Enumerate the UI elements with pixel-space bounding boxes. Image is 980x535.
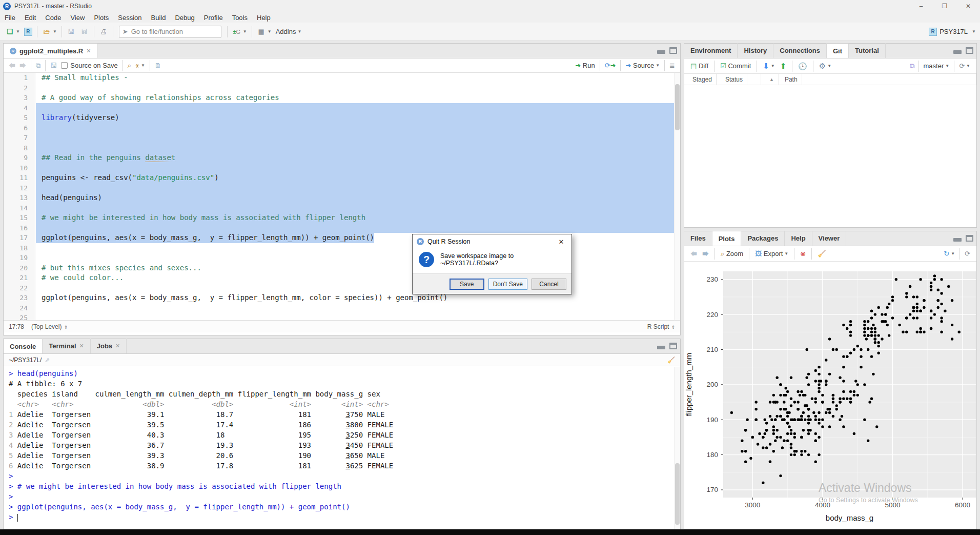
tab-connections[interactable]: Connections: [773, 43, 827, 58]
cancel-button[interactable]: Cancel: [532, 279, 566, 290]
tab-console[interactable]: Console: [4, 339, 43, 353]
tab-viewer[interactable]: Viewer: [812, 231, 847, 246]
compile-report-button[interactable]: 🗎: [153, 59, 164, 72]
nav-forward-button[interactable]: 🡆: [17, 59, 28, 72]
doc-type-selector[interactable]: R Script⇕: [647, 323, 675, 330]
tab-terminal[interactable]: Terminal✕: [43, 339, 90, 353]
scrollbar-thumb[interactable]: [675, 463, 680, 525]
code-line-24[interactable]: 24: [4, 303, 680, 313]
menu-edit[interactable]: Edit: [20, 13, 40, 23]
goto-file-function-input[interactable]: ➤ Go to file/function: [119, 26, 221, 38]
window-minimize-button[interactable]: –: [909, 0, 933, 12]
save-button[interactable]: 🖫: [65, 25, 78, 38]
minimize-pane-icon[interactable]: [657, 346, 665, 349]
code-line-7[interactable]: 7: [4, 133, 680, 143]
zoom-plot-button[interactable]: ⌕ Zoom: [719, 247, 745, 261]
code-line-4[interactable]: 4: [4, 103, 680, 113]
source-button[interactable]: ➜ Source▼: [623, 59, 662, 72]
close-icon[interactable]: ✕: [79, 343, 84, 349]
code-line-8[interactable]: 8: [4, 143, 680, 153]
minimize-pane-icon[interactable]: [953, 50, 962, 54]
code-line-18[interactable]: 18: [4, 243, 680, 253]
remove-plot-button[interactable]: ⊗: [798, 247, 808, 261]
minimize-pane-icon[interactable]: [657, 50, 665, 54]
tab-plots[interactable]: Plots: [712, 231, 742, 246]
maximize-pane-icon[interactable]: [669, 47, 677, 54]
previous-plot-button[interactable]: 🡄: [688, 247, 699, 261]
menu-plots[interactable]: Plots: [89, 13, 113, 23]
tab-tutorial[interactable]: Tutorial: [849, 43, 886, 58]
code-line-11[interactable]: 11penguins <- read_csv("data/penguins.cs…: [4, 173, 680, 183]
workspace-panes-button[interactable]: ▦▼: [255, 25, 274, 38]
code-line-5[interactable]: 5library(tidyverse): [4, 113, 680, 123]
code-line-20[interactable]: 20# but this mixes species and sexes...: [4, 263, 680, 273]
code-line-12[interactable]: 12: [4, 183, 680, 193]
window-maximize-button[interactable]: ❐: [933, 0, 956, 12]
code-line-19[interactable]: 19: [4, 253, 680, 263]
menu-code[interactable]: Code: [40, 13, 66, 23]
code-editor[interactable]: 1## Small multiples -23# A good way of s…: [4, 73, 680, 320]
diff-button[interactable]: ▤ Diff: [688, 60, 710, 73]
pull-button[interactable]: ⬇▼: [761, 60, 777, 73]
menu-debug[interactable]: Debug: [170, 13, 199, 23]
refresh-plot-button[interactable]: ⟳: [963, 247, 972, 261]
new-project-button[interactable]: R: [22, 25, 34, 38]
code-line-3[interactable]: 3# A good way of showing relationships a…: [4, 93, 680, 103]
tab-files[interactable]: Files: [684, 231, 712, 246]
refresh-button[interactable]: ⟳▼: [957, 60, 972, 73]
project-selector[interactable]: R PSY317L ▼: [929, 28, 976, 36]
new-file-button[interactable]: ❏▼: [3, 25, 22, 38]
console-output[interactable]: > head(penguins)# A tibble: 6 x 7 specie…: [4, 366, 680, 522]
code-line-23[interactable]: 23ggplot(penguins, aes(x = body_mass_g, …: [4, 293, 680, 303]
version-control-button[interactable]: ±G▼: [230, 25, 249, 38]
menu-help[interactable]: Help: [252, 13, 275, 23]
save-all-button[interactable]: 🖬: [78, 25, 91, 38]
export-plot-button[interactable]: 🖼 Export▼: [753, 247, 790, 261]
branch-selector[interactable]: master▼: [922, 60, 952, 73]
goto-directory-icon[interactable]: ⇗: [45, 356, 50, 364]
scope-selector[interactable]: (Top Level)⇕: [31, 323, 68, 330]
column-path[interactable]: ▲Path: [761, 74, 976, 85]
window-close-button[interactable]: ✕: [956, 0, 980, 12]
maximize-pane-icon[interactable]: [669, 343, 677, 349]
tab-history[interactable]: History: [738, 43, 773, 58]
close-icon[interactable]: ✕: [86, 48, 91, 54]
find-replace-button[interactable]: ⌕: [126, 59, 133, 72]
dont-save-button[interactable]: Don't Save: [488, 279, 527, 290]
menu-profile[interactable]: Profile: [199, 13, 228, 23]
code-line-21[interactable]: 21# we could color...: [4, 273, 680, 283]
code-line-25[interactable]: 25: [4, 313, 680, 320]
next-plot-button[interactable]: 🡆: [700, 247, 711, 261]
git-settings-button[interactable]: ⚙▼: [817, 60, 833, 73]
nav-back-button[interactable]: 🡄: [7, 59, 17, 72]
menu-session[interactable]: Session: [113, 13, 146, 23]
editor-scrollbar[interactable]: [674, 73, 680, 320]
scrollbar-thumb[interactable]: [675, 84, 680, 130]
publish-button[interactable]: ↻▼: [942, 247, 957, 261]
menu-build[interactable]: Build: [147, 13, 171, 23]
tab-git[interactable]: Git: [827, 43, 849, 58]
source-on-save-checkbox[interactable]: Source on Save: [59, 59, 120, 72]
console-scrollbar[interactable]: [674, 367, 680, 529]
git-file-list[interactable]: [684, 85, 976, 227]
code-line-1[interactable]: 1## Small multiples -: [4, 73, 680, 83]
run-button[interactable]: ➜ Run: [573, 59, 597, 72]
column-staged[interactable]: Staged: [684, 74, 717, 85]
push-button[interactable]: ⬆: [778, 60, 789, 73]
menu-view[interactable]: View: [66, 13, 89, 23]
tab-packages[interactable]: Packages: [741, 231, 785, 246]
code-line-14[interactable]: 14: [4, 203, 680, 213]
code-line-9[interactable]: 9## Read in the penguins dataset: [4, 153, 680, 163]
clear-console-icon[interactable]: 🧹: [667, 356, 675, 364]
maximize-pane-icon[interactable]: [966, 47, 973, 54]
tab-jobs[interactable]: Jobs✕: [91, 339, 127, 353]
code-tools-button[interactable]: ⚹▼: [133, 59, 147, 72]
clear-all-plots-button[interactable]: 🧹: [815, 247, 828, 261]
dialog-close-button[interactable]: ✕: [551, 234, 571, 249]
code-line-15[interactable]: 15# we might be interested in how body m…: [4, 213, 680, 223]
code-line-17[interactable]: 17ggplot(penguins, aes(x = body_mass_g, …: [4, 233, 680, 243]
print-button[interactable]: 🖨: [97, 25, 110, 38]
code-line-2[interactable]: 2: [4, 83, 680, 93]
rerun-button[interactable]: ⟳➜: [603, 59, 618, 72]
tab-environment[interactable]: Environment: [684, 43, 738, 58]
